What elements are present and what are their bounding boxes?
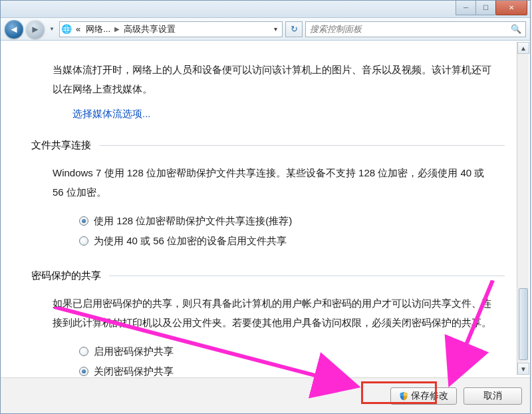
- file-share-radio-group: 使用 128 位加密帮助保护文件共享连接(推荐) 为使用 40 或 56 位加密…: [79, 211, 505, 251]
- footer-button-bar: 保存修改 取消: [1, 377, 530, 413]
- address-dropdown[interactable]: ▾: [270, 25, 281, 33]
- breadcrumb-prefix: «: [74, 24, 82, 34]
- search-icon: 🔍: [511, 24, 521, 34]
- search-placeholder: 搜索控制面板: [310, 23, 362, 35]
- media-stream-description: 当媒体流打开时，网络上的人员和设备便可以访问该计算机上的图片、音乐以及视频。该计…: [53, 61, 498, 99]
- address-bar[interactable]: 🌐 « 网络... ▶ 高级共享设置 ▾: [59, 21, 283, 37]
- content-pane: 当媒体流打开时，网络上的人员和设备便可以访问该计算机上的图片、音乐以及视频。该计…: [1, 42, 517, 413]
- back-button[interactable]: ◄: [5, 20, 23, 39]
- arrow-left-icon: ◄: [9, 23, 19, 35]
- save-button-label: 保存修改: [411, 390, 448, 402]
- radio-icon: [79, 216, 88, 226]
- radio-enable-password[interactable]: 启用密码保护共享: [79, 341, 505, 361]
- radio-128bit[interactable]: 使用 128 位加密帮助保护文件共享连接(推荐): [79, 211, 505, 231]
- cancel-button[interactable]: 取消: [464, 387, 522, 405]
- file-share-section-header: 文件共享连接: [31, 139, 505, 152]
- chevron-right-icon: ▶: [114, 25, 120, 33]
- search-input[interactable]: 搜索控制面板 🔍: [305, 21, 526, 37]
- radio-label: 启用密码保护共享: [94, 341, 174, 361]
- shield-icon: [399, 391, 408, 401]
- radio-icon: [79, 367, 88, 376]
- media-stream-link[interactable]: 选择媒体流选项...: [72, 108, 151, 120]
- section-divider: [109, 276, 505, 276]
- radio-label: 为使用 40 或 56 位加密的设备启用文件共享: [94, 231, 287, 251]
- scroll-down-button[interactable]: ▼: [517, 363, 529, 375]
- radio-icon: [79, 236, 88, 246]
- refresh-button[interactable]: ↻: [285, 21, 303, 37]
- breadcrumb-item[interactable]: 高级共享设置: [122, 23, 177, 35]
- breadcrumb-item[interactable]: 网络...: [84, 23, 112, 35]
- arrow-right-icon: ►: [31, 23, 41, 35]
- password-section-header: 密码保护的共享: [31, 270, 505, 282]
- radio-label: 使用 128 位加密帮助保护文件共享连接(推荐): [94, 211, 292, 231]
- section-divider: [99, 145, 505, 146]
- maximize-button[interactable]: ☐: [475, 1, 495, 15]
- network-icon: 🌐: [61, 24, 72, 35]
- scroll-thumb[interactable]: [519, 288, 528, 360]
- forward-button[interactable]: ►: [26, 20, 45, 39]
- refresh-icon: ↻: [291, 24, 298, 34]
- save-changes-button[interactable]: 保存修改: [390, 387, 457, 405]
- cancel-button-label: 取消: [483, 390, 502, 402]
- history-dropdown[interactable]: ▼: [47, 26, 57, 32]
- scroll-up-button[interactable]: ▲: [517, 42, 529, 54]
- radio-icon: [79, 347, 88, 356]
- control-panel-window: ─ ☐ ✕ ◄ ► ▼ 🌐 « 网络... ▶ 高级共享设置 ▾ ↻ 搜索控制面…: [0, 0, 531, 414]
- password-radio-group: 启用密码保护共享 关闭密码保护共享: [79, 341, 505, 381]
- section-title: 密码保护的共享: [31, 270, 101, 282]
- minimize-button[interactable]: ─: [456, 1, 475, 15]
- close-button[interactable]: ✕: [495, 1, 527, 15]
- vertical-scrollbar[interactable]: ▲ ▼: [517, 42, 529, 375]
- navigation-bar: ◄ ► ▼ 🌐 « 网络... ▶ 高级共享设置 ▾ ↻ 搜索控制面板 🔍: [1, 18, 530, 41]
- file-share-description: Windows 7 使用 128 位加密帮助保护文件共享连接。某些设备不支持 1…: [53, 164, 498, 202]
- radio-40-56bit[interactable]: 为使用 40 或 56 位加密的设备启用文件共享: [79, 231, 505, 251]
- titlebar: ─ ☐ ✕: [1, 1, 530, 18]
- password-description: 如果已启用密码保护的共享，则只有具备此计算机的用户帐户和密码的用户才可以访问共享…: [53, 294, 498, 332]
- section-title: 文件共享连接: [31, 139, 91, 152]
